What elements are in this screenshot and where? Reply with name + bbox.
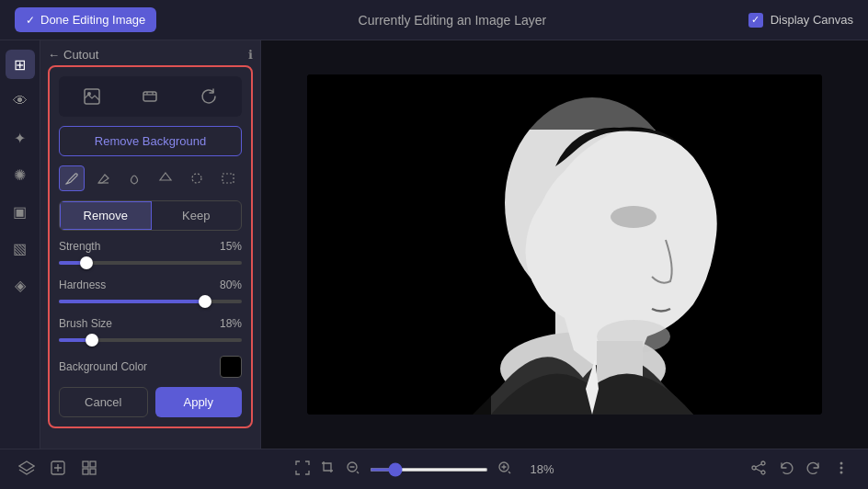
tool-polygon-icon[interactable] xyxy=(153,165,178,191)
more-options-icon[interactable] xyxy=(833,460,850,479)
canvas-area xyxy=(261,40,868,449)
svg-rect-17 xyxy=(83,461,88,467)
hardness-track xyxy=(59,300,242,303)
svg-point-25 xyxy=(761,471,765,474)
zoom-percent: 18% xyxy=(521,462,554,476)
tool-lasso-icon[interactable] xyxy=(121,165,147,191)
strength-thumb[interactable] xyxy=(80,256,93,269)
display-canvas-wrap: ✓ Display Canvas xyxy=(748,13,853,28)
sidebar-item-effects[interactable]: ✺ xyxy=(6,160,35,189)
tool-icons-row xyxy=(59,165,242,191)
apply-label: Apply xyxy=(183,395,213,409)
remove-button[interactable]: Remove xyxy=(60,201,152,230)
brush-size-thumb[interactable] xyxy=(86,334,98,347)
svg-point-24 xyxy=(761,461,765,465)
cutout-icon-image[interactable] xyxy=(77,82,107,111)
cancel-button[interactable]: Cancel xyxy=(59,387,148,417)
svg-point-28 xyxy=(840,472,843,474)
svg-point-10 xyxy=(611,206,657,228)
check-icon: ✓ xyxy=(26,14,35,27)
sidebar-icons: ⊞ 👁 ✦ ✺ ▣ ▧ ◈ xyxy=(0,40,40,449)
brush-size-value: 18% xyxy=(220,317,242,330)
bottom-right xyxy=(750,460,850,479)
hardness-label-row: Hardness 80% xyxy=(59,279,242,291)
bg-color-swatch[interactable] xyxy=(220,356,242,378)
svg-rect-18 xyxy=(90,461,96,467)
main-area: ⊞ 👁 ✦ ✺ ▣ ▧ ◈ ← Cutout ℹ xyxy=(0,40,868,449)
panel-info-icon[interactable]: ℹ xyxy=(248,48,253,62)
svg-rect-19 xyxy=(83,469,88,474)
svg-point-4 xyxy=(192,174,201,183)
grid-icon[interactable] xyxy=(81,460,97,480)
strength-label-row: Strength 15% xyxy=(59,240,242,253)
keep-button[interactable]: Keep xyxy=(152,201,242,230)
zoom-slider[interactable] xyxy=(370,468,488,472)
svg-rect-20 xyxy=(90,469,96,474)
bg-color-row: Background Color xyxy=(59,356,242,378)
edit-icon[interactable] xyxy=(50,460,66,480)
sidebar-item-layers[interactable]: ▣ xyxy=(6,197,35,226)
panel-header: ← Cutout ℹ xyxy=(48,48,253,62)
apply-button[interactable]: Apply xyxy=(155,387,243,417)
sidebar-item-brush[interactable]: ✦ xyxy=(6,123,35,153)
sidebar-item-adjust[interactable]: ▧ xyxy=(6,233,35,263)
cutout-icon-refresh[interactable] xyxy=(194,82,223,111)
strength-value: 15% xyxy=(220,240,242,253)
hardness-thumb[interactable] xyxy=(199,295,211,308)
undo-icon[interactable] xyxy=(778,460,794,479)
tool-brush-icon[interactable] xyxy=(59,165,85,191)
redo-icon[interactable] xyxy=(805,460,822,479)
svg-rect-5 xyxy=(223,174,234,183)
action-row: Cancel Apply xyxy=(59,387,242,417)
remove-bg-label: Remove Background xyxy=(95,134,206,148)
tool-circle-select-icon[interactable] xyxy=(184,165,210,191)
canvas-image xyxy=(307,74,822,415)
bottom-left xyxy=(18,460,97,480)
face-artwork xyxy=(307,74,822,415)
strength-label: Strength xyxy=(59,240,100,253)
brush-size-label-row: Brush Size 18% xyxy=(59,317,242,330)
tool-rect-select-icon[interactable] xyxy=(215,165,241,191)
hardness-value: 80% xyxy=(220,279,242,291)
remove-keep-toggle: Remove Keep xyxy=(59,200,242,231)
sidebar-item-eye[interactable]: 👁 xyxy=(6,86,35,116)
strength-slider-row: Strength 15% xyxy=(59,240,242,269)
brush-size-slider-row: Brush Size 18% xyxy=(59,317,242,347)
svg-point-27 xyxy=(840,467,843,470)
back-arrow-icon: ← xyxy=(48,48,60,62)
remove-background-button[interactable]: Remove Background xyxy=(59,126,242,156)
sidebar-item-more[interactable]: ◈ xyxy=(6,270,35,300)
fit-screen-icon[interactable] xyxy=(294,460,311,480)
bottom-bar: 18% xyxy=(0,449,868,489)
bg-color-label: Background Color xyxy=(59,360,147,373)
brush-size-track xyxy=(59,338,242,342)
icon-row xyxy=(59,76,242,117)
cutout-icon-layer[interactable] xyxy=(135,82,165,111)
sidebar-item-cutout[interactable]: ⊞ xyxy=(6,50,35,79)
display-canvas-checkbox[interactable]: ✓ xyxy=(748,13,763,28)
tool-eraser-icon[interactable] xyxy=(90,165,116,191)
strength-track xyxy=(59,261,242,265)
crop-icon[interactable] xyxy=(320,460,337,480)
hardness-slider-row: Hardness 80% xyxy=(59,279,242,308)
cancel-label: Cancel xyxy=(85,395,121,409)
display-canvas-label: Display Canvas xyxy=(771,13,853,27)
layers-icon[interactable] xyxy=(18,460,35,480)
hardness-label: Hardness xyxy=(59,279,106,291)
svg-point-23 xyxy=(752,466,756,470)
share-icon[interactable] xyxy=(750,460,767,479)
panel-back-button[interactable]: ← Cutout xyxy=(48,48,98,62)
brush-size-label: Brush Size xyxy=(59,317,112,330)
svg-rect-14 xyxy=(307,74,822,130)
svg-point-26 xyxy=(840,462,843,465)
remove-label: Remove xyxy=(84,209,128,222)
bottom-center: 18% xyxy=(294,460,554,480)
done-editing-button[interactable]: ✓ Done Editing Image xyxy=(15,7,156,32)
panel-inner: Remove Background xyxy=(48,65,253,428)
editing-status: Currently Editing an Image Layer xyxy=(359,13,547,28)
zoom-out-icon[interactable] xyxy=(346,461,360,479)
zoom-in-icon[interactable] xyxy=(497,461,512,479)
keep-label: Keep xyxy=(182,209,210,222)
done-label: Done Editing Image xyxy=(40,13,145,27)
hardness-fill xyxy=(59,300,205,303)
